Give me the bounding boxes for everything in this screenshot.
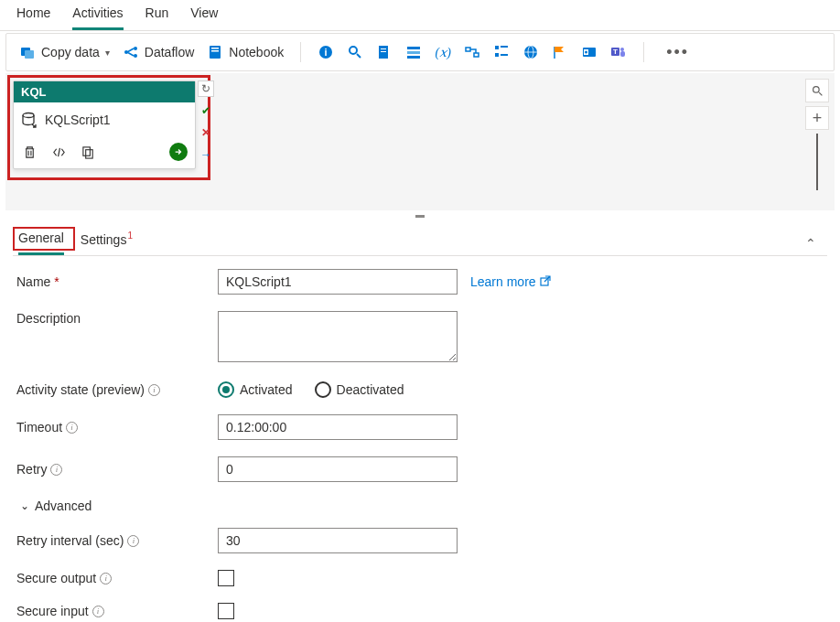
activity-state-label: Activity state (preview) [16,382,145,397]
flag-icon[interactable] [552,44,568,60]
chevron-down-icon: ▾ [105,48,110,58]
svg-point-29 [585,51,587,54]
pipeline-canvas[interactable]: KQL KQLScript1 ↻ ✔ ✕ → [5,73,835,210]
toolbar-separator [300,42,301,62]
panel-resize-handle[interactable]: ▬ [0,210,840,223]
secure-output-label: Secure output [16,571,96,585]
radio-activated-label: Activated [240,382,293,397]
radio-activated[interactable]: Activated [218,381,293,398]
secure-input-checkbox[interactable] [218,603,234,619]
retry-input[interactable] [218,456,458,482]
notebook-icon [207,44,223,60]
learn-more-link[interactable]: Learn more [470,274,551,289]
copy-data-icon [19,44,36,60]
description-textarea[interactable] [218,311,458,362]
canvas-zoom-track[interactable] [816,134,818,190]
name-input[interactable] [218,269,458,295]
run-arrow-icon[interactable] [169,143,188,161]
info-icon[interactable]: i [92,606,104,617]
tab-settings-label: Settings [81,232,127,247]
variable-icon[interactable]: (𝑥) [435,44,451,60]
collapse-panel-button[interactable]: ⌃ [800,236,822,251]
refresh-icon[interactable]: ↻ [198,80,214,97]
secure-output-checkbox[interactable] [218,570,234,586]
svg-rect-6 [211,48,219,49]
database-icon [21,112,38,128]
required-asterisk: * [54,274,59,289]
delete-icon[interactable] [21,144,38,160]
name-label: Name [16,274,50,289]
outlook-icon[interactable] [581,44,598,60]
activities-toolbar: Copy data ▾ Dataflow Notebook i (𝑥) T ••… [5,33,835,71]
settings-badge: 1 [127,231,133,241]
external-link-icon [540,274,551,289]
kql-activity-node[interactable]: KQL KQLScript1 [13,80,196,169]
svg-rect-16 [407,51,420,54]
svg-line-11 [357,54,361,58]
info-circle-icon[interactable]: i [318,44,334,60]
nav-tab-view[interactable]: View [190,5,218,30]
more-options-button[interactable]: ••• [661,43,695,62]
svg-point-10 [350,47,357,54]
svg-point-37 [813,86,819,92]
code-icon[interactable] [50,144,67,160]
info-icon[interactable]: i [66,422,78,434]
svg-point-34 [23,113,34,118]
svg-line-38 [819,92,822,95]
info-icon[interactable]: i [100,573,112,584]
copy-data-button[interactable]: Copy data ▾ [19,44,110,60]
general-form: Name * Learn more Description Activity s… [13,256,827,622]
checklist-icon[interactable] [493,44,510,60]
teams-icon[interactable]: T [610,44,627,60]
nav-tab-home[interactable]: Home [16,5,50,30]
nav-tab-activities[interactable]: Activities [72,5,123,30]
script-icon[interactable] [376,44,393,60]
canvas-add-button[interactable]: + [805,106,829,130]
timeout-label: Timeout [16,420,62,434]
chevron-down-icon: ⌄ [20,499,29,512]
svg-rect-23 [501,54,508,56]
advanced-toggle[interactable]: ⌄ Advanced [20,499,824,513]
svg-rect-36 [85,149,92,157]
svg-rect-15 [407,47,420,49]
toolbar-separator-2 [643,42,644,62]
copy-data-label: Copy data [41,45,100,59]
properties-panel: General Settings1 ⌃ Name * Learn more De… [0,223,840,622]
globe-icon[interactable] [522,44,539,60]
node-status-icons: ↻ ✔ ✕ → [198,80,214,163]
tab-settings[interactable]: Settings1 [81,232,132,254]
notebook-label: Notebook [229,45,284,59]
radio-deactivated[interactable]: Deactivated [315,381,404,398]
advanced-label: Advanced [35,499,92,513]
timeout-input[interactable] [218,414,458,440]
nav-tab-run[interactable]: Run [145,5,169,30]
notebook-button[interactable]: Notebook [207,44,284,60]
info-icon[interactable]: i [148,384,160,396]
search-icon[interactable] [347,44,363,60]
list-icon[interactable] [405,44,422,60]
copy-icon[interactable] [80,144,96,160]
svg-rect-22 [495,53,499,57]
retry-interval-label: Retry interval (sec) [16,533,124,548]
arrow-right-icon: → [198,146,214,163]
svg-rect-13 [381,48,386,49]
info-icon[interactable]: i [50,464,62,476]
svg-point-32 [620,48,624,51]
svg-rect-35 [82,146,90,155]
info-icon[interactable]: i [127,535,139,547]
svg-rect-33 [620,51,625,57]
dataflow-button[interactable]: Dataflow [123,44,194,60]
svg-rect-7 [211,50,219,52]
pipeline-icon[interactable] [464,44,480,60]
canvas-search-button[interactable] [805,79,829,102]
retry-interval-input[interactable] [218,528,458,553]
property-tabs: General Settings1 ⌃ [13,223,827,256]
node-title: KQLScript1 [45,113,111,127]
svg-rect-17 [407,56,420,59]
svg-rect-14 [381,51,386,52]
radio-empty-icon [315,381,331,398]
canvas-tools: + [805,79,829,190]
svg-rect-21 [501,46,508,48]
tab-general[interactable]: General [18,231,64,255]
top-nav: Home Activities Run View [0,0,840,31]
